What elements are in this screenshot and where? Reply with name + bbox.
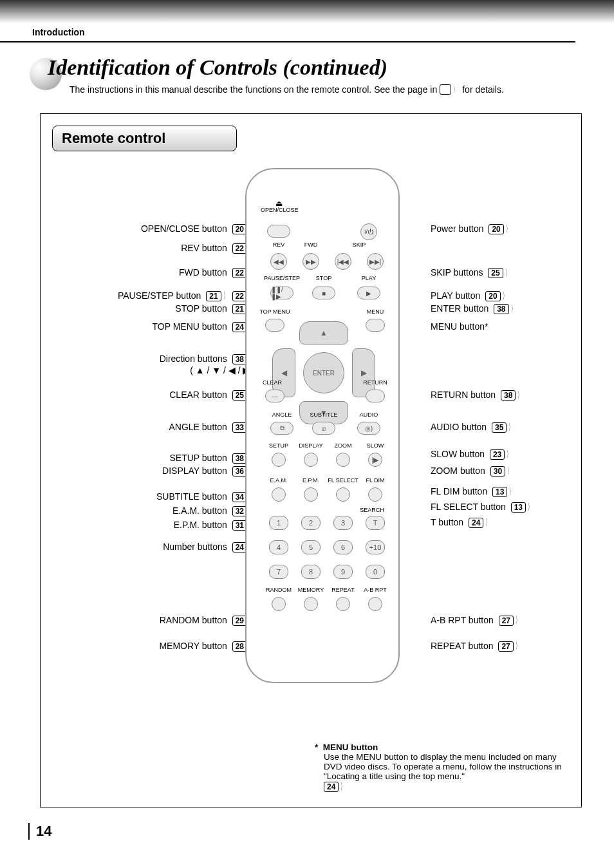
skip-fwd-button[interactable]: ▶▶| <box>367 253 384 270</box>
callout-enter-button: ENTER button 38〉 <box>431 303 517 315</box>
enter-button[interactable]: ENTER <box>303 352 344 393</box>
fldim-button[interactable] <box>368 487 382 502</box>
fwd-button[interactable]: ▶▶ <box>302 253 319 270</box>
number-+10-button[interactable]: +10 <box>366 540 385 554</box>
number-4-button[interactable]: 4 <box>269 540 288 554</box>
footnote-body: Use the MENU button to display the menu … <box>324 752 562 781</box>
subtitle-button[interactable]: ⎚ <box>312 422 335 435</box>
diagram: OPEN/CLOSE button 20〉REV button 22〉FWD b… <box>52 164 570 731</box>
memory-button[interactable] <box>304 597 318 611</box>
subtitle-post: for details. <box>462 84 504 95</box>
flselect-button[interactable] <box>336 487 350 502</box>
label-stop: STOP <box>306 275 342 281</box>
number-7-button[interactable]: 7 <box>269 565 288 579</box>
label-display: DISPLAY <box>293 442 329 449</box>
play-button[interactable]: ▶ <box>357 287 380 299</box>
display-button[interactable] <box>304 453 318 467</box>
label-audio: AUDIO <box>351 411 387 418</box>
footnote-star: * <box>315 742 318 752</box>
callout-direction-buttons: Direction buttons 38〉 <box>160 354 256 365</box>
eam-button[interactable] <box>272 487 286 502</box>
zoom-button[interactable] <box>336 453 350 467</box>
openclose-button[interactable] <box>267 225 290 238</box>
label-subtitle: SUBTITLE <box>306 411 342 418</box>
callout-pause-step-button: PAUSE/STEP button 21〉22〉 <box>118 290 256 302</box>
rev-button[interactable]: ◀◀ <box>270 253 287 270</box>
slow-button[interactable]: |▶ <box>368 453 382 467</box>
label-menu: MENU <box>357 308 393 315</box>
power-button[interactable]: I/⏻ <box>360 223 377 240</box>
remote-body: ⏏ OPEN/CLOSE I/⏻ REV FWD SKIP ◀◀ ▶▶ |◀◀ … <box>245 168 400 683</box>
callout-clear-button: CLEAR button 25〉 <box>169 390 256 401</box>
callout-return-button: RETURN button 38〉 <box>431 390 524 401</box>
callout-fl-select-button: FL SELECT button 13〉 <box>431 502 534 513</box>
callout-random-button: RANDOM button 29〉 <box>160 615 256 627</box>
epm-button[interactable] <box>304 487 318 502</box>
footnote-heading: MENU button <box>323 742 378 752</box>
callout-zoom-button: ZOOM button 30〉 <box>431 466 514 477</box>
callout-angle-button: ANGLE button 33〉 <box>169 422 256 433</box>
page-title-wrap: Identification of Controls (continued) <box>30 55 614 80</box>
label-repeat: REPEAT <box>325 587 361 593</box>
callout-display-button: DISPLAY button 36〉 <box>162 466 256 477</box>
label-clear: CLEAR <box>254 379 290 386</box>
callout-play-button: PLAY button 20〉 <box>431 290 509 302</box>
dir-up-button[interactable]: ▲ <box>299 321 348 344</box>
callout-top-menu-button: TOP MENU button 24〉 <box>153 321 256 333</box>
callout-setup-button: SETUP button 38〉 <box>170 453 256 464</box>
label-fwd: FWD <box>293 241 329 248</box>
angle-button[interactable]: ⧉ <box>270 422 293 435</box>
number-2-button[interactable]: 2 <box>301 516 321 530</box>
number-5-button[interactable]: 5 <box>301 540 321 554</box>
page-title: Identification of Controls (continued) <box>30 55 614 80</box>
setup-button[interactable] <box>272 453 286 467</box>
label-abrpt: A-B RPT <box>357 587 393 593</box>
callout-rev-button: REV button 22〉 <box>181 243 256 254</box>
section-bar: Introduction <box>0 23 575 42</box>
direction-pad: ▲ ▼ ◀ ▶ ENTER <box>272 321 375 424</box>
number-6-button[interactable]: 6 <box>333 540 353 554</box>
random-button[interactable] <box>272 597 286 611</box>
label-return: RETURN <box>357 379 393 386</box>
callout-fl-dim-button: FL DIM button 13〉 <box>431 486 516 498</box>
number-3-button[interactable]: 3 <box>333 516 353 530</box>
skip-back-button[interactable]: |◀◀ <box>335 253 351 270</box>
pausestep-button[interactable]: ❚❚/❚▶ <box>270 287 293 299</box>
label-memory: MEMORY <box>293 587 329 593</box>
callout-menu-button-: MENU button* <box>431 321 488 332</box>
label-fldim: FL DIM <box>357 477 393 484</box>
callout-t-button: T button 24〉 <box>431 517 492 529</box>
number-1-button[interactable]: 1 <box>269 516 288 530</box>
header-gradient <box>0 0 614 23</box>
abrpt-button[interactable] <box>368 597 382 611</box>
label-random: RANDOM <box>261 587 297 593</box>
number-8-button[interactable]: 8 <box>301 565 321 579</box>
pageref-symbol: 〉 <box>440 84 460 95</box>
callout-memory-button: MEMORY button 28〉 <box>159 641 256 652</box>
page-subtitle: The instructions in this manual describe… <box>70 84 614 95</box>
callout-power-button: Power button 20〉 <box>431 223 512 235</box>
callout-open-close-button: OPEN/CLOSE button 20〉 <box>141 223 256 235</box>
callout-slow-button: SLOW button 23〉 <box>431 449 513 460</box>
number-9-button[interactable]: 9 <box>333 565 353 579</box>
label-play: PLAY <box>351 275 387 281</box>
label-search: SEARCH <box>354 507 390 513</box>
t-button[interactable]: T <box>366 516 385 530</box>
number-0-button[interactable]: 0 <box>366 565 385 579</box>
repeat-button[interactable] <box>336 597 350 611</box>
return-button[interactable] <box>366 390 385 402</box>
label-setup: SETUP <box>261 442 297 449</box>
page-number: 14 <box>28 823 614 840</box>
menu-button[interactable] <box>366 319 385 332</box>
label-topmenu: TOP MENU <box>257 308 293 315</box>
clear-button[interactable]: — <box>265 390 284 402</box>
audio-button[interactable]: ◎) <box>357 422 380 435</box>
callout-repeat-button: REPEAT button 27〉 <box>431 641 522 652</box>
callout-a-b-rpt-button: A-B RPT button 27〉 <box>431 615 522 627</box>
callout-skip-buttons: SKIP buttons 25〉 <box>431 267 512 279</box>
topmenu-button[interactable] <box>265 319 284 332</box>
label-pausestep: PAUSE/STEP <box>264 275 300 281</box>
callout-e-p-m-button: E.P.M. button 31〉 <box>174 520 256 531</box>
footnote: * MENU button Use the MENU button to dis… <box>315 742 570 793</box>
stop-button[interactable]: ■ <box>312 287 335 299</box>
